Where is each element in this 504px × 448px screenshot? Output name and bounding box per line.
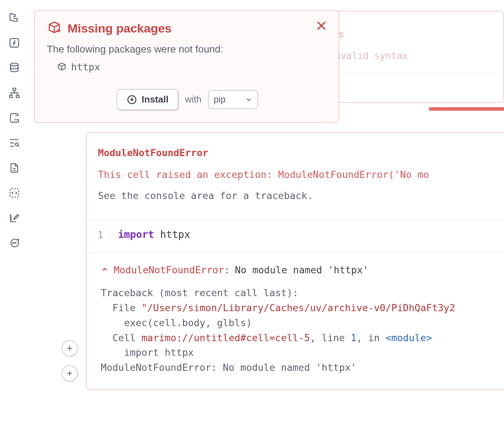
cell2-code-row[interactable]: 1 import httpx [87, 220, 504, 253]
svg-rect-3 [10, 95, 13, 98]
dialog-package-row: httpx [57, 61, 328, 73]
trace-error-msg: No module named 'httpx' [235, 264, 369, 275]
dialog-title: Missing packages [68, 21, 172, 35]
code-ident: httpx [154, 229, 190, 240]
edit-notebook-icon[interactable] [7, 211, 21, 225]
dialog-package-name: httpx [71, 61, 100, 73]
chevron-down-icon [245, 96, 252, 103]
traceback-body: Traceback (most recent call last): File … [101, 285, 494, 375]
install-label: Install [142, 94, 168, 105]
add-cell-below-button[interactable]: + [61, 365, 78, 382]
svg-point-7 [13, 243, 13, 243]
dialog-intro: The following packages were not found: [47, 44, 328, 55]
code-keyword: import [118, 229, 154, 240]
install-button[interactable]: Install [117, 89, 178, 110]
package-icon [57, 62, 67, 72]
cell2-error-name: ModuleNotFoundError [98, 147, 494, 158]
scroll-icon[interactable] [7, 111, 21, 125]
error-accent-bar [429, 107, 504, 111]
folder-tree-icon[interactable] [7, 11, 21, 25]
with-label: with [185, 94, 201, 105]
select-value: pip [214, 94, 226, 105]
package-missing-icon [47, 21, 62, 36]
svg-rect-6 [10, 189, 19, 197]
search-panel-icon[interactable] [7, 136, 21, 150]
chevron-up-icon [101, 264, 109, 275]
missing-packages-dialog: Missing packages The following packages … [34, 10, 339, 123]
trace-toggle[interactable]: ModuleNotFoundError: No module named 'ht… [101, 264, 494, 275]
cell2-see-console: See the console area for a traceback. [98, 190, 494, 201]
notes-icon[interactable] [7, 161, 21, 175]
svg-point-1 [10, 63, 18, 66]
download-icon [127, 94, 137, 105]
cell2-exception-line: This cell raised an exception: ModuleNot… [98, 169, 494, 180]
add-cell-above-button[interactable]: + [61, 340, 78, 357]
chat-icon[interactable] [7, 236, 21, 250]
snippets-icon[interactable] [7, 186, 21, 200]
trace-error-type: ModuleNotFoundError: [114, 264, 230, 275]
function-icon[interactable] [7, 36, 21, 50]
package-manager-select[interactable]: pip [208, 90, 258, 109]
hierarchy-icon[interactable] [7, 86, 21, 100]
error-cell-2: + + ModuleNotFoundError This cell raised… [86, 132, 504, 390]
svg-point-5 [15, 143, 18, 146]
cell2-code-line[interactable]: import httpx [110, 229, 190, 240]
database-icon[interactable] [7, 61, 21, 75]
dialog-close-button[interactable] [315, 19, 328, 32]
cell2-lineno: 1 [89, 229, 110, 240]
sidebar [0, 0, 29, 448]
svg-point-9 [15, 243, 16, 243]
svg-rect-4 [16, 95, 19, 98]
svg-rect-2 [13, 88, 16, 91]
svg-point-8 [14, 243, 15, 243]
